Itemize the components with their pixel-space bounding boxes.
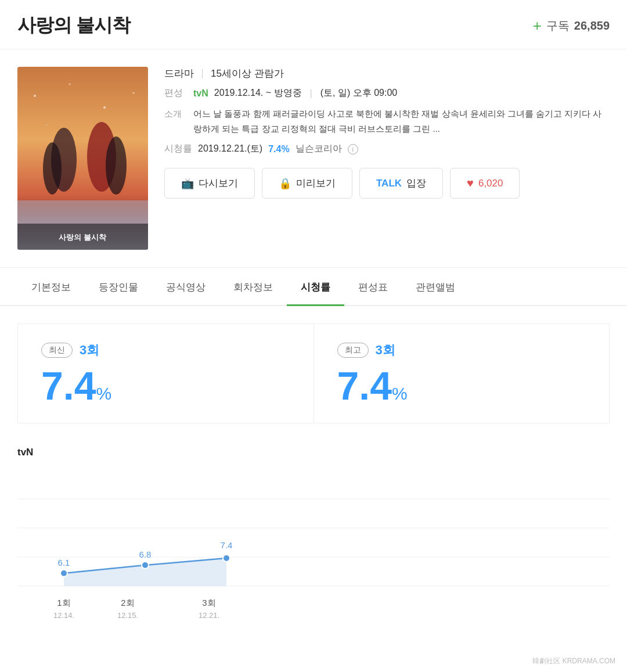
talk-sub-label: 입장 [406, 177, 426, 190]
svg-point-6 [34, 95, 36, 97]
subscribe-count: 26,859 [574, 19, 610, 33]
description-row: 소개 어느 날 돌풍과 함께 패러글라이딩 사고로 북한에 불시착한 재벌 상속… [164, 106, 610, 136]
chart-label-1: 6.1 [58, 558, 70, 567]
header: 사랑의 불시착 + 구독 26,859 [0, 0, 627, 49]
preview-icon: 🔒 [279, 177, 291, 190]
svg-point-10 [46, 124, 47, 125]
genre-label: 드라마 [164, 67, 194, 80]
tab-schedule[interactable]: 편성표 [344, 268, 402, 306]
watch-again-button[interactable]: 📺 다시보기 [164, 168, 255, 199]
tab-albums[interactable]: 관련앨범 [402, 268, 469, 306]
highest-tag-row: 최고 3회 [337, 342, 586, 359]
highest-tag: 최고 [337, 343, 369, 358]
genre-age-row: 드라마 15세이상 관람가 [164, 67, 610, 80]
subscribe-label: 구독 [546, 18, 570, 34]
broadcast-time: (토, 일) 오후 09:00 [320, 87, 397, 99]
svg-text:사랑의 불시착: 사랑의 불시착 [59, 233, 107, 242]
broadcast-date: 2019.12.14. ~ 방영중 [214, 87, 302, 99]
info-icon[interactable]: i [348, 144, 358, 154]
svg-point-5 [106, 136, 127, 195]
x-label-ep1: 1회 12.14. [41, 598, 87, 620]
age-rating: 15세이상 관람가 [211, 67, 284, 80]
rating-date: 2019.12.21.(토) [198, 143, 262, 155]
tv-icon: 📺 [181, 177, 194, 190]
drama-description: 어느 날 돌풍과 함께 패러글라이딩 사고로 북한에 불시착한 재벌 상속녀 윤… [193, 106, 610, 136]
svg-point-7 [69, 84, 71, 85]
latest-rating-value: 7.4% [41, 364, 111, 408]
highest-episode: 3회 [376, 342, 395, 359]
like-count: 6,020 [478, 178, 503, 189]
x-label-ep2: 2회 12.15. [87, 598, 168, 620]
chart-label-2: 6.8 [139, 549, 152, 559]
drama-details: 드라마 15세이상 관람가 편성 tvN 2019.12.14. ~ 방영중 |… [164, 67, 610, 250]
subscribe-plus-icon: + [533, 17, 542, 35]
drama-poster: 사랑의 불시착 [17, 67, 148, 250]
x-date-2: 12.15. [117, 611, 138, 620]
svg-point-9 [133, 92, 135, 94]
subscribe-area[interactable]: + 구독 26,859 [533, 17, 610, 35]
svg-point-4 [43, 142, 62, 195]
talk-button[interactable]: TALK 입장 [359, 168, 443, 199]
tab-episodes[interactable]: 회차정보 [219, 268, 287, 306]
tab-characters[interactable]: 등장인물 [85, 268, 152, 306]
drama-title: 사랑의 불시착 [17, 13, 130, 38]
heart-icon: ♥ [467, 177, 474, 190]
highest-rating-value: 7.4% [337, 364, 408, 408]
x-label-ep3: 3회 12.21. [168, 598, 250, 620]
chart-channel-label: tvN [17, 447, 610, 458]
footer: 韓劇社区 KRDRAMA.COM [532, 656, 615, 666]
chart-point-2 [142, 562, 149, 569]
rating-row: 시청률 2019.12.21.(토) 7.4% 닐슨코리아 i [164, 143, 610, 155]
rating-content: 최신 3회 7.4% 최고 3회 7.4% tvN [0, 306, 627, 637]
rating-value: 7.4% [268, 144, 289, 154]
chart-svg: 6.1 6.8 7.4 [17, 470, 610, 598]
tab-ratings[interactable]: 시청률 [287, 268, 344, 306]
preview-button[interactable]: 🔒 미리보기 [262, 168, 352, 199]
rating-key: 시청률 [164, 143, 192, 155]
latest-stat-box: 최신 3회 7.4% [18, 324, 314, 423]
latest-value-row: 7.4% [41, 366, 290, 405]
broadcast-key: 편성 [164, 87, 188, 99]
chart-container: 6.1 6.8 7.4 [17, 470, 610, 598]
desc-key: 소개 [164, 106, 188, 136]
tab-official-video[interactable]: 공식영상 [152, 268, 219, 306]
chart-point-1 [60, 570, 67, 577]
talk-label: TALK [376, 178, 402, 189]
x-episode-1: 1회 [57, 598, 70, 609]
x-date-3: 12.21. [199, 611, 219, 620]
svg-point-8 [103, 106, 106, 109]
watch-again-label: 다시보기 [199, 177, 238, 190]
tab-basic-info[interactable]: 기본정보 [17, 268, 85, 306]
divider [202, 69, 203, 78]
footer-text: 韓劇社区 KRDRAMA.COM [532, 657, 615, 665]
broadcast-row: 편성 tvN 2019.12.14. ~ 방영중 | (토, 일) 오후 09:… [164, 87, 610, 99]
x-episode-2: 2회 [121, 598, 134, 609]
chart-x-axis: 1회 12.14. 2회 12.15. 3회 12.21. [17, 598, 610, 620]
x-date-1: 12.14. [53, 611, 74, 620]
highest-value-row: 7.4% [337, 366, 586, 405]
rating-stats: 최신 3회 7.4% 최고 3회 7.4% [17, 324, 610, 423]
latest-tag-row: 최신 3회 [41, 342, 290, 359]
rating-source: 닐슨코리아 [296, 143, 342, 155]
chart-point-3 [223, 555, 230, 562]
preview-label: 미리보기 [296, 177, 336, 190]
highest-stat-box: 최고 3회 7.4% [314, 324, 610, 423]
chart-section: tvN 6.1 [17, 441, 610, 620]
like-button[interactable]: ♥ 6,020 [450, 168, 520, 199]
x-episode-3: 3회 [202, 598, 215, 609]
broadcast-channel: tvN [193, 88, 208, 99]
tab-bar: 기본정보 등장인물 공식영상 회차정보 시청률 편성표 관련앨범 [0, 268, 627, 306]
latest-episode: 3회 [80, 342, 99, 359]
drama-info-section: 사랑의 불시착 드라마 15세이상 관람가 편성 tvN 2019.12.14.… [0, 49, 627, 268]
action-buttons: 📺 다시보기 🔒 미리보기 TALK 입장 ♥ 6,020 [164, 168, 610, 199]
latest-tag: 최신 [41, 343, 73, 358]
chart-label-3: 7.4 [221, 540, 233, 550]
